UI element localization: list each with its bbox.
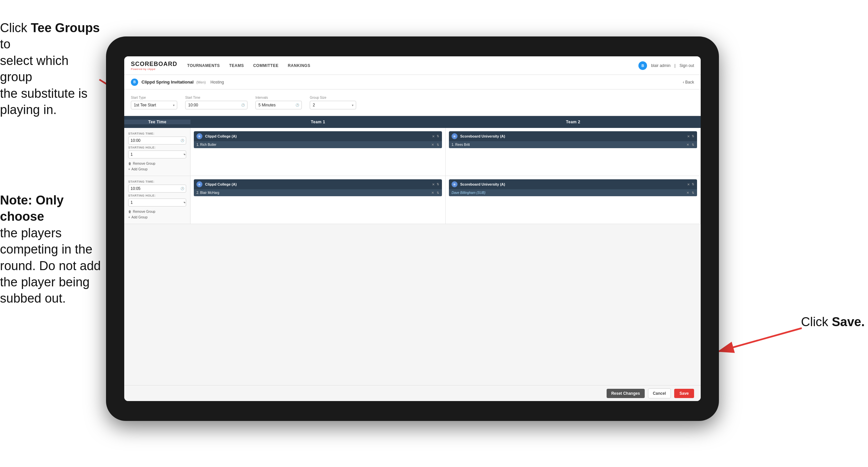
group1-hole-wrapper <box>128 150 186 158</box>
group1-team2-cell: B Scoreboard University (A) ✕ ⇅ 1. Rees … <box>445 128 701 176</box>
group1-team1-name: Clippd College (A) <box>205 134 429 138</box>
group2-team1-badge: B <box>196 181 203 187</box>
save-button[interactable]: Save <box>674 389 694 398</box>
group2-actions: 🗑 Remove Group + Add Group <box>128 209 186 220</box>
group2-team1-card[interactable]: B Clippd College (A) ✕ ⇅ 2. Blair McHarg… <box>194 179 442 196</box>
group2-team2-close-icon[interactable]: ✕ <box>687 183 690 186</box>
group1-team1-badge: B <box>196 133 203 139</box>
group2-team2-player1-close-icon[interactable]: ✕ <box>686 191 689 195</box>
group1-team1-player1-arrows-icon[interactable]: ⇅ <box>437 143 439 146</box>
group2-hole-wrapper <box>128 199 186 206</box>
group1-team1-arrows-icon[interactable]: ⇅ <box>437 135 439 138</box>
start-type-select[interactable]: 1st Tee Start <box>131 101 177 109</box>
intervals-label: Intervals <box>255 96 302 99</box>
nav-rankings[interactable]: RANKINGS <box>288 62 310 69</box>
group2-team2-player1[interactable]: Dave Billingham (SUB) ✕ ⇅ <box>449 189 697 196</box>
annotation-bottom-left: Note: Only choose the players competing … <box>0 192 109 307</box>
group2-team1-close-icon[interactable]: ✕ <box>432 183 435 186</box>
group1-add-btn[interactable]: + Add Group <box>128 167 186 172</box>
start-time-group: Start Time <box>185 96 247 109</box>
group1-team2-header: B Scoreboard University (A) ✕ ⇅ <box>449 131 697 141</box>
back-button[interactable]: ‹ Back <box>683 80 694 85</box>
group2-team2-badge: B <box>452 181 458 187</box>
group2-team1-header: B Clippd College (A) ✕ ⇅ <box>194 179 442 189</box>
th-team1: Team 1 <box>190 120 445 124</box>
plus-icon: + <box>128 215 130 219</box>
group1-team2-player1-arrows-icon[interactable]: ⇅ <box>692 143 694 146</box>
tournament-title: Clippd Spring Invitational <box>142 80 193 85</box>
signout-link[interactable]: Sign out <box>680 63 694 68</box>
group1-team1-cell: B Clippd College (A) ✕ ⇅ 1. Rich Butler … <box>190 128 445 176</box>
group2-remove-btn[interactable]: 🗑 Remove Group <box>128 209 186 214</box>
start-type-wrapper: 1st Tee Start <box>131 101 177 109</box>
group-size-select[interactable]: 2 <box>310 101 356 109</box>
group1-time-input[interactable] <box>128 137 186 145</box>
th-team2: Team 2 <box>445 120 701 124</box>
annotation-right: Click Save. <box>801 315 865 329</box>
group2-team2-arrows-icon[interactable]: ⇅ <box>692 183 694 186</box>
nav-committee[interactable]: COMMITTEE <box>253 62 279 69</box>
group1-team1-controls: ✕ ⇅ <box>432 135 439 138</box>
group2-team1-player1[interactable]: 2. Blair McHarg ✕ ⇅ <box>194 189 442 196</box>
group2-team2-controls: ✕ ⇅ <box>687 183 694 186</box>
group2-team1-player1-arrows-icon[interactable]: ⇅ <box>437 191 439 195</box>
group1-team1-header: B Clippd College (A) ✕ ⇅ <box>194 131 442 141</box>
group2-sidebar: STARTING TIME: STARTING HOLE: 🗑 Remove G… <box>124 176 190 224</box>
table-header: Tee Time Team 1 Team 2 <box>124 116 701 128</box>
username: blair admin <box>651 63 671 68</box>
trash-icon: 🗑 <box>128 210 131 213</box>
group1-team2-card[interactable]: B Scoreboard University (A) ✕ ⇅ 1. Rees … <box>449 131 697 148</box>
bold-note: Note: Only choose <box>0 193 64 224</box>
group1-hole-label: STARTING HOLE: <box>128 146 186 149</box>
group2-team1-player1-close-icon[interactable]: ✕ <box>431 191 434 195</box>
group1-team2-name: Scoreboard University (A) <box>460 134 684 138</box>
group2-add-btn[interactable]: + Add Group <box>128 215 186 220</box>
group1-time-label: STARTING TIME: <box>128 132 186 135</box>
group1-team1-card[interactable]: B Clippd College (A) ✕ ⇅ 1. Rich Butler … <box>194 131 442 148</box>
group2-time-wrapper <box>128 185 186 193</box>
group1-team1-player1-close-icon[interactable]: ✕ <box>431 143 434 146</box>
group-row: STARTING TIME: STARTING HOLE: 🗑 Remove G… <box>124 176 701 224</box>
intervals-wrapper: 5 Minutes <box>255 101 302 109</box>
group1-team2-player1-name: 1. Rees Britt <box>452 143 684 146</box>
group2-time-input[interactable] <box>128 185 186 193</box>
cancel-button[interactable]: Cancel <box>648 388 671 399</box>
group-row: STARTING TIME: STARTING HOLE: 🗑 Remove G… <box>124 128 701 176</box>
nav-separator: | <box>675 63 676 68</box>
group2-team2-header: B Scoreboard University (A) ✕ ⇅ <box>449 179 697 189</box>
start-type-label: Start Type <box>131 96 177 99</box>
tablet-screen: SCOREBOARD Powered by clippd TOURNAMENTS… <box>124 56 701 401</box>
group1-team2-close-icon[interactable]: ✕ <box>687 135 690 138</box>
group2-team2-player1-arrows-icon[interactable]: ⇅ <box>692 191 694 195</box>
start-time-input[interactable] <box>185 101 247 109</box>
group-size-wrapper: 2 <box>310 101 356 109</box>
group2-team1-arrows-icon[interactable]: ⇅ <box>437 183 439 186</box>
nav-right: B blair admin | Sign out <box>639 61 694 70</box>
group-size-group: Group Size 2 <box>310 96 356 109</box>
intervals-select[interactable]: 5 Minutes <box>255 101 302 109</box>
group2-time-label: STARTING TIME: <box>128 180 186 183</box>
group1-team2-player1[interactable]: 1. Rees Britt ✕ ⇅ <box>449 141 697 148</box>
th-tee-time: Tee Time <box>124 120 190 124</box>
group1-team1-close-icon[interactable]: ✕ <box>432 135 435 138</box>
start-type-group: Start Type 1st Tee Start <box>131 96 177 109</box>
group1-team1-player1[interactable]: 1. Rich Butler ✕ ⇅ <box>194 141 442 148</box>
annotation-top-left: Click Tee Groups to select which group t… <box>0 20 103 118</box>
nav-tournaments[interactable]: TOURNAMENTS <box>187 62 220 69</box>
group2-team2-player1-name: Dave Billingham (SUB) <box>452 191 684 195</box>
group1-actions: 🗑 Remove Group + Add Group <box>128 161 186 172</box>
group1-team2-arrows-icon[interactable]: ⇅ <box>692 135 694 138</box>
group1-team2-player1-close-icon[interactable]: ✕ <box>686 143 689 146</box>
group2-team2-card[interactable]: B Scoreboard University (A) ✕ ⇅ Dave Bil… <box>449 179 697 196</box>
nav-teams[interactable]: TEAMS <box>229 62 244 69</box>
group1-hole-input[interactable] <box>128 150 186 158</box>
group2-hole-input[interactable] <box>128 199 186 206</box>
tournament-tag: (Men) <box>196 80 206 84</box>
bold-save: Save. <box>832 315 865 329</box>
reset-changes-button[interactable]: Reset Changes <box>607 389 645 398</box>
group1-remove-btn[interactable]: 🗑 Remove Group <box>128 161 186 166</box>
start-time-label: Start Time <box>185 96 247 99</box>
user-avatar: B <box>639 61 647 70</box>
group1-sidebar: STARTING TIME: STARTING HOLE: 🗑 Remove G… <box>124 128 190 176</box>
footer-bar: Reset Changes Cancel Save <box>124 385 701 401</box>
